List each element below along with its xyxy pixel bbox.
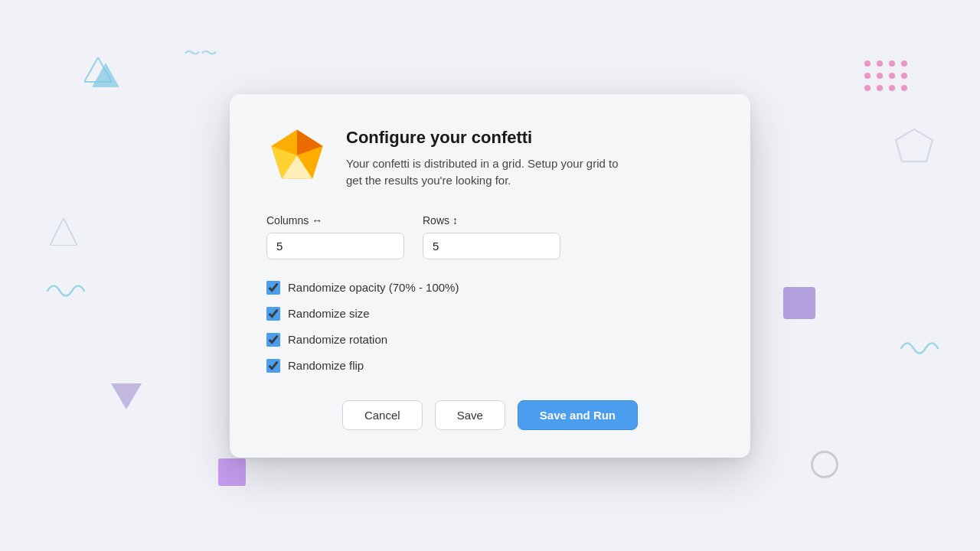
deco-square-purple-tr	[783, 287, 815, 319]
svg-marker-14	[84, 57, 112, 82]
svg-point-3	[901, 60, 907, 67]
sketch-logo-icon	[266, 125, 328, 186]
checkbox-opacity-input[interactable]	[266, 281, 280, 295]
svg-point-5	[877, 73, 883, 79]
svg-point-8	[864, 85, 871, 91]
checkbox-opacity-label: Randomize opacity (70% - 100%)	[288, 281, 459, 294]
deco-squiggle-left	[46, 279, 88, 302]
svg-marker-12	[896, 129, 933, 161]
columns-input[interactable]	[266, 233, 404, 259]
svg-point-0	[864, 60, 871, 67]
dialog-title: Configure your confetti	[346, 128, 637, 148]
checkbox-flip-input[interactable]	[266, 359, 280, 373]
checkbox-rotation-input[interactable]	[266, 333, 280, 347]
dialog-footer: Cancel Save Save and Run	[266, 400, 714, 430]
svg-point-2	[889, 60, 895, 67]
configure-dialog: Configure your confetti Your confetti is…	[230, 94, 750, 458]
checkbox-flip-label: Randomize flip	[288, 359, 364, 372]
deco-square-bl	[218, 458, 246, 486]
svg-point-11	[901, 85, 907, 91]
checkbox-rotation[interactable]: Randomize rotation	[266, 333, 714, 347]
svg-point-6	[889, 73, 895, 79]
dialog-wrapper: Configure your confetti Your confetti is…	[230, 94, 750, 458]
rows-group: Rows ↕	[423, 214, 560, 259]
deco-circle-br	[811, 451, 838, 478]
checkbox-size-label: Randomize size	[288, 307, 370, 320]
dialog-description: Your confetti is distributed in a grid. …	[346, 155, 637, 190]
dialog-header: Configure your confetti Your confetti is…	[266, 125, 714, 190]
rows-label: Rows ↕	[423, 214, 560, 227]
checkbox-size[interactable]: Randomize size	[266, 307, 714, 321]
deco-tri-outline-tl	[84, 57, 112, 85]
cancel-button[interactable]: Cancel	[342, 400, 423, 430]
svg-point-9	[877, 85, 883, 91]
checkboxes-group: Randomize opacity (70% - 100%) Randomize…	[266, 281, 714, 373]
checkbox-size-input[interactable]	[266, 307, 280, 321]
svg-point-4	[864, 73, 871, 79]
columns-group: Columns ↔	[266, 214, 404, 259]
checkbox-rotation-label: Randomize rotation	[288, 333, 387, 346]
checkbox-opacity[interactable]: Randomize opacity (70% - 100%)	[266, 281, 714, 295]
svg-point-10	[889, 85, 895, 91]
save-button[interactable]: Save	[435, 400, 505, 430]
deco-squiggle-right	[900, 337, 942, 360]
save-and-run-button[interactable]: Save and Run	[518, 400, 638, 430]
deco-dots-tr	[861, 57, 907, 99]
svg-marker-13	[50, 218, 77, 246]
deco-tri-small-left	[50, 218, 77, 246]
deco-triangle-tl	[92, 63, 119, 87]
form-row: Columns ↔ Rows ↕	[266, 214, 714, 259]
columns-label: Columns ↔	[266, 214, 404, 227]
deco-pentagon-tr	[894, 126, 934, 166]
deco-triangle-lb	[111, 383, 142, 409]
deco-zigzag-top: 〜〜	[184, 42, 217, 65]
rows-input[interactable]	[423, 233, 560, 259]
dialog-title-block: Configure your confetti Your confetti is…	[346, 125, 637, 190]
svg-point-7	[901, 73, 907, 79]
svg-point-1	[877, 60, 883, 67]
checkbox-flip[interactable]: Randomize flip	[266, 359, 714, 373]
